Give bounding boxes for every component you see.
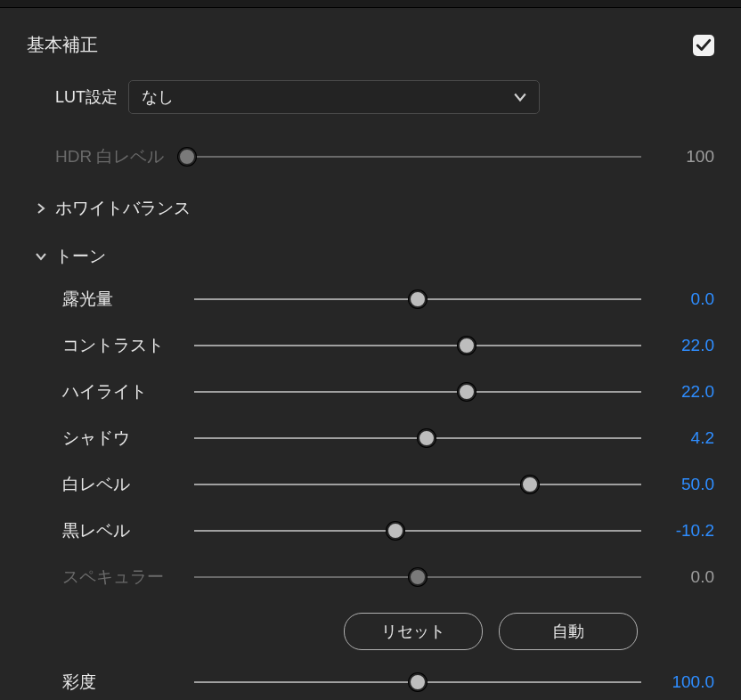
specular-slider (194, 568, 641, 586)
saturation-label: 彩度 (62, 671, 194, 694)
blacks-value[interactable]: -10.2 (656, 521, 714, 541)
saturation-row: 彩度 100.0 (62, 659, 714, 700)
saturation-value[interactable]: 100.0 (656, 672, 714, 692)
blacks-row: 黒レベル -10.2 (62, 508, 714, 554)
highlights-thumb[interactable] (458, 383, 476, 401)
section-enable-checkbox[interactable] (693, 35, 714, 56)
hdr-white-label: HDR 白レベル (55, 145, 187, 168)
exposure-value[interactable]: 0.0 (656, 289, 714, 309)
basic-correction-header: 基本補正 (27, 33, 714, 57)
hdr-white-slider (187, 148, 641, 166)
whites-value[interactable]: 50.0 (656, 475, 714, 494)
exposure-label: 露光量 (62, 288, 194, 311)
shadows-row: シャドウ 4.2 (62, 415, 714, 461)
highlights-value[interactable]: 22.0 (656, 382, 714, 402)
highlights-row: ハイライト 22.0 (62, 369, 714, 415)
whites-slider[interactable] (194, 476, 641, 493)
contrast-label: コントラスト (62, 334, 194, 357)
contrast-row: コントラスト 22.0 (62, 322, 714, 369)
chevron-down-icon (514, 91, 526, 103)
chevron-right-icon (27, 203, 55, 214)
specular-thumb (409, 568, 427, 586)
hdr-white-row: HDR 白レベル 100 (55, 134, 714, 180)
blacks-label: 黒レベル (62, 519, 194, 542)
tone-label: トーン (55, 245, 106, 268)
whites-thumb[interactable] (521, 476, 539, 493)
whites-label: 白レベル (62, 473, 194, 496)
specular-row: スペキュラー 0.0 (62, 554, 714, 600)
chevron-down-icon (27, 251, 55, 262)
exposure-slider[interactable] (194, 290, 641, 308)
check-icon (696, 37, 712, 53)
highlights-label: ハイライト (62, 380, 194, 403)
contrast-slider[interactable] (194, 337, 641, 354)
saturation-thumb[interactable] (409, 673, 427, 691)
exposure-thumb[interactable] (409, 290, 427, 308)
blacks-slider[interactable] (194, 522, 641, 540)
shadows-value[interactable]: 4.2 (656, 428, 714, 448)
white-balance-label: ホワイトバランス (55, 197, 191, 220)
saturation-slider[interactable] (194, 673, 641, 691)
contrast-value[interactable]: 22.0 (656, 336, 714, 355)
reset-button[interactable]: リセット (344, 613, 483, 650)
lut-dropdown[interactable]: なし (128, 80, 540, 114)
lut-selected-value: なし (142, 86, 174, 108)
specular-value: 0.0 (656, 567, 714, 587)
contrast-thumb[interactable] (458, 337, 476, 354)
section-title: 基本補正 (27, 33, 98, 57)
whites-row: 白レベル 50.0 (62, 461, 714, 508)
tone-disclosure[interactable]: トーン (27, 237, 714, 276)
hdr-white-value: 100 (656, 147, 714, 167)
lut-label: LUT設定 (55, 86, 118, 108)
highlights-slider[interactable] (194, 383, 641, 401)
shadows-thumb[interactable] (418, 429, 436, 447)
white-balance-disclosure[interactable]: ホワイトバランス (27, 189, 714, 228)
specular-label: スペキュラー (62, 566, 194, 589)
blacks-thumb[interactable] (387, 522, 404, 540)
auto-button[interactable]: 自動 (499, 613, 638, 650)
exposure-row: 露光量 0.0 (62, 276, 714, 322)
shadows-label: シャドウ (62, 427, 194, 450)
shadows-slider[interactable] (194, 429, 641, 447)
hdr-white-thumb (178, 148, 196, 166)
